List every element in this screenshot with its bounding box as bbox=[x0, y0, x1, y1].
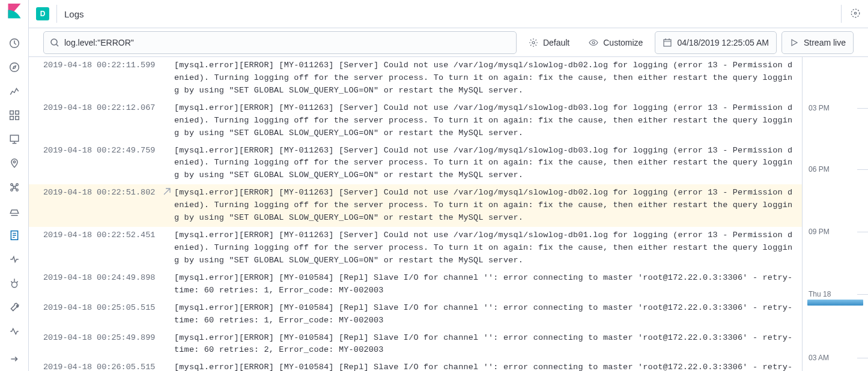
svg-point-15 bbox=[851, 9, 860, 17]
timeline-label: 03 PM bbox=[809, 104, 830, 112]
log-message: [mysql.error][ERROR] [MY-011263] [Server… bbox=[174, 102, 802, 140]
log-row[interactable]: 2019-04-18 00:22:12.067[mysql.error][ERR… bbox=[29, 100, 802, 142]
log-row[interactable]: 2019-04-18 00:25:05.515[mysql.error][ERR… bbox=[29, 300, 802, 330]
log-timestamp: 2019-04-18 00:26:05.515 bbox=[43, 361, 163, 371]
log-timestamp: 2019-04-18 00:25:05.515 bbox=[43, 302, 163, 327]
timeline-label: 03 AM bbox=[809, 354, 829, 362]
datetime-label: 04/18/2019 12:25:05 AM bbox=[677, 38, 769, 47]
log-message: [mysql.error][ERROR] [MY-011263] [Server… bbox=[174, 145, 802, 182]
log-timestamp: 2019-04-18 00:22:49.759 bbox=[43, 145, 163, 182]
log-timestamp: 2019-04-18 00:22:52.451 bbox=[43, 229, 163, 267]
dev-tools-icon[interactable] bbox=[0, 295, 29, 319]
log-message: [mysql.error][ERROR] [MY-010584] [Repl] … bbox=[174, 332, 802, 357]
svg-point-7 bbox=[13, 161, 15, 163]
svg-point-18 bbox=[532, 41, 535, 44]
log-message: [mysql.error][ERROR] [MY-011263] [Server… bbox=[174, 187, 802, 225]
log-message: [mysql.error][ERROR] [MY-010584] [Repl] … bbox=[174, 361, 802, 371]
log-timestamp: 2019-04-18 00:22:11.599 bbox=[43, 59, 163, 97]
stream-label: Stream live bbox=[804, 38, 846, 47]
svg-rect-5 bbox=[15, 116, 19, 120]
apm-icon[interactable] bbox=[0, 247, 29, 271]
log-timestamp: 2019-04-18 00:22:51.802 bbox=[43, 187, 163, 225]
timeline-band[interactable] bbox=[807, 300, 863, 306]
expand-icon[interactable] bbox=[163, 187, 174, 225]
ml-icon[interactable] bbox=[0, 175, 29, 199]
log-timestamp: 2019-04-18 00:25:49.899 bbox=[43, 332, 163, 357]
topbar: D Logs bbox=[29, 0, 868, 28]
monitoring-icon[interactable] bbox=[0, 319, 29, 343]
kibana-logo[interactable] bbox=[6, 4, 23, 20]
timeline-label: Thu 18 bbox=[809, 290, 831, 298]
log-row[interactable]: 2019-04-18 00:22:51.802[mysql.error][ERR… bbox=[29, 184, 802, 227]
eye-icon bbox=[589, 38, 598, 47]
breadcrumb: Logs bbox=[64, 9, 84, 19]
svg-rect-4 bbox=[10, 116, 13, 120]
log-row[interactable]: 2019-04-18 00:25:49.899[mysql.error][ERR… bbox=[29, 330, 802, 360]
discover-icon[interactable] bbox=[0, 55, 29, 79]
logs-icon[interactable] bbox=[0, 223, 29, 247]
toolbar: Default Customize 04/18/2019 12:25:05 AM… bbox=[29, 28, 868, 57]
log-row[interactable]: 2019-04-18 00:26:05.515[mysql.error][ERR… bbox=[29, 359, 802, 371]
search-icon bbox=[50, 38, 59, 47]
log-message: [mysql.error][ERROR] [MY-011263] [Server… bbox=[174, 229, 802, 267]
recent-icon[interactable] bbox=[0, 31, 29, 55]
log-message: [mysql.error][ERROR] [MY-010584] [Repl] … bbox=[174, 302, 802, 327]
svg-point-16 bbox=[854, 12, 856, 14]
uptime-icon[interactable] bbox=[0, 271, 29, 295]
svg-point-1 bbox=[10, 63, 19, 72]
datetime-picker[interactable]: 04/18/2019 12:25:05 AM bbox=[655, 31, 777, 54]
svg-rect-2 bbox=[10, 111, 13, 115]
timeline-label: 06 PM bbox=[809, 165, 830, 173]
play-icon bbox=[789, 38, 799, 47]
search-box[interactable] bbox=[43, 31, 517, 54]
infra-icon[interactable] bbox=[0, 199, 29, 223]
svg-rect-6 bbox=[10, 135, 19, 141]
visualize-icon[interactable] bbox=[0, 79, 29, 103]
log-row[interactable]: 2019-04-18 00:22:11.599[mysql.error][ERR… bbox=[29, 57, 802, 100]
fullscreen-icon[interactable] bbox=[850, 8, 861, 20]
collapse-icon[interactable] bbox=[0, 347, 29, 371]
space-badge[interactable]: D bbox=[36, 7, 49, 20]
stream-live-button[interactable]: Stream live bbox=[782, 31, 854, 54]
svg-point-17 bbox=[51, 39, 57, 45]
maps-icon[interactable] bbox=[0, 151, 29, 175]
log-message: [mysql.error][ERROR] [MY-011263] [Server… bbox=[174, 59, 802, 97]
side-nav bbox=[0, 0, 29, 371]
customize-label: Customize bbox=[603, 38, 643, 47]
search-input[interactable] bbox=[64, 38, 510, 47]
gear-icon bbox=[529, 38, 538, 47]
log-timestamp: 2019-04-18 00:22:12.067 bbox=[43, 102, 163, 140]
svg-point-19 bbox=[592, 41, 595, 44]
timeline[interactable]: 03 PM06 PM09 PMThu 1803 AM bbox=[802, 57, 868, 371]
log-row[interactable]: 2019-04-18 00:22:52.451[mysql.error][ERR… bbox=[29, 227, 802, 270]
timeline-label: 09 PM bbox=[809, 228, 830, 236]
customize-button[interactable]: Customize bbox=[581, 31, 650, 54]
settings-label: Default bbox=[543, 38, 569, 47]
settings-button[interactable]: Default bbox=[521, 31, 577, 54]
log-row[interactable]: 2019-04-18 00:24:49.898[mysql.error][ERR… bbox=[29, 270, 802, 300]
calendar-icon bbox=[663, 38, 672, 47]
svg-rect-3 bbox=[15, 111, 19, 115]
svg-rect-20 bbox=[664, 40, 671, 46]
log-message: [mysql.error][ERROR] [MY-010584] [Repl] … bbox=[174, 272, 802, 297]
dashboard-icon[interactable] bbox=[0, 103, 29, 127]
svg-point-14 bbox=[11, 282, 17, 288]
log-timestamp: 2019-04-18 00:24:49.898 bbox=[43, 272, 163, 297]
log-stream[interactable]: 2019-04-18 00:22:11.599[mysql.error][ERR… bbox=[29, 57, 802, 371]
canvas-icon[interactable] bbox=[0, 127, 29, 151]
log-row[interactable]: 2019-04-18 00:22:49.759[mysql.error][ERR… bbox=[29, 142, 802, 185]
